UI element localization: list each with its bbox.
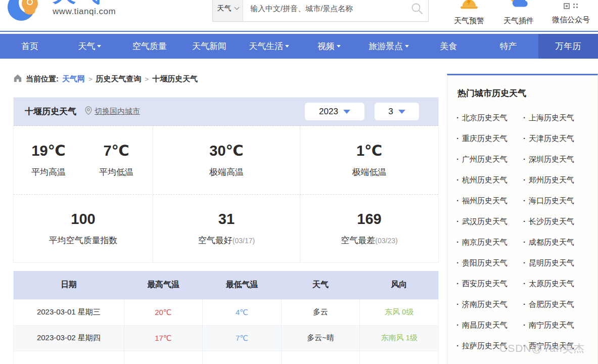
city-link[interactable]: 合肥历史天气 — [523, 300, 597, 309]
empty-cell — [281, 351, 360, 364]
month-select[interactable]: 3 — [375, 103, 419, 120]
extreme-high-stat: 30℃极端高温 — [200, 142, 253, 178]
city-link[interactable]: 南京历史天气 — [456, 238, 523, 247]
stat-label: 平均空气质量指数 — [49, 235, 118, 246]
city-link[interactable]: 成都历史天气 — [523, 238, 597, 247]
breadcrumb-prefix: 当前位置: — [26, 74, 59, 84]
empty-cell — [360, 351, 439, 364]
avg-aqi-cell: 100平均空气质量指数 — [14, 195, 153, 262]
nav-item-美食[interactable]: 美食 — [419, 34, 478, 59]
nav-item-天气[interactable]: 天气 — [60, 34, 119, 59]
city-link[interactable]: 太原历史天气 — [523, 279, 597, 289]
stat-value: 1℃ — [343, 142, 396, 159]
breadcrumb-separator: > — [145, 75, 149, 83]
breadcrumb-link-history[interactable]: 历史天气查询 — [96, 74, 142, 84]
year-select-value: 2023 — [319, 107, 338, 117]
stat-note: (03/17) — [233, 237, 255, 245]
city-link[interactable]: 南宁历史天气 — [523, 321, 597, 330]
worst-air-stat: 169空气最差(03/23) — [341, 211, 397, 246]
city-link[interactable]: 西安历史天气 — [456, 279, 523, 289]
date-cell: 2023-03-02 星期四 — [14, 325, 124, 351]
city-link[interactable]: 广州历史天气 — [456, 155, 523, 164]
nav-item-label: 首页 — [21, 40, 38, 52]
quick-link-wechat-qrcode[interactable]: 微信公众号 — [552, 0, 590, 26]
city-link[interactable]: 济南历史天气 — [456, 300, 523, 309]
nav-item-label: 天气 — [78, 40, 95, 52]
nav-item-万年历[interactable]: 万年历 — [538, 34, 598, 59]
nav-item-视频[interactable]: 视频 — [299, 34, 358, 59]
city-link[interactable]: 昆明历史天气 — [523, 258, 597, 268]
stat-value: 100 — [49, 211, 118, 228]
nav-item-label: 天气生活 — [249, 40, 283, 52]
nav-item-label: 空气质量 — [132, 40, 167, 52]
city-link[interactable]: 郑州历史天气 — [523, 175, 597, 185]
table-row: 2023-03-02 星期四17℃7℃多云~晴东南风 1级 — [14, 325, 439, 351]
nav-item-label: 特产 — [500, 40, 517, 52]
chevron-down-icon — [234, 5, 239, 10]
chevron-down-icon — [285, 45, 289, 48]
quick-link-label: 微信公众号 — [552, 15, 590, 25]
breadcrumb: 当前位置: 天气网 > 历史天气查询 > 十堰历史天气 — [13, 74, 439, 84]
main-column: 当前位置: 天气网 > 历史天气查询 > 十堰历史天气 十堰历史天气 切换国内城… — [13, 74, 439, 364]
nav-item-天气新闻[interactable]: 天气新闻 — [179, 34, 239, 59]
search-input[interactable] — [243, 0, 406, 21]
nav-item-天气生活[interactable]: 天气生活 — [239, 34, 299, 59]
nav-item-空气质量[interactable]: 空气质量 — [120, 34, 179, 59]
city-link[interactable]: 重庆历史天气 — [456, 134, 523, 144]
search-icon[interactable] — [406, 0, 428, 21]
stat-value: 169 — [341, 211, 397, 228]
search-category-value: 天气 — [217, 4, 232, 13]
city-link[interactable]: 海口历史天气 — [523, 196, 597, 206]
nav-item-特产[interactable]: 特产 — [478, 34, 538, 59]
table-header-cell: 最低气温 — [203, 271, 282, 299]
extreme-low-stat: 1℃极端低温 — [343, 142, 396, 178]
dropdown-triangle-icon — [343, 110, 350, 114]
table-header-cell: 风向 — [360, 271, 439, 299]
table-header-cell: 日期 — [14, 271, 124, 299]
city-link[interactable]: 南昌历史天气 — [456, 321, 523, 330]
table-header-row: 日期最高气温最低气温天气风向 — [14, 271, 439, 299]
nav-item-label: 万年历 — [555, 40, 581, 52]
avg-temp-cell: 19℃平均高温7℃平均低温 — [14, 126, 153, 194]
quick-link-label: 天气插件 — [503, 16, 534, 26]
breadcrumb-separator: > — [88, 75, 93, 83]
stat-label: 极端高温 — [200, 166, 253, 178]
city-link[interactable]: 天津历史天气 — [523, 134, 597, 144]
best-air-stat: 31空气最好(03/17) — [198, 211, 255, 246]
city-link[interactable]: 武汉历史天气 — [456, 217, 523, 226]
site-logo[interactable]: 天气+ www.tianqi.com — [7, 0, 116, 29]
best-air-cell: 31空气最好(03/17) — [153, 195, 300, 262]
city-link[interactable]: 杭州历史天气 — [456, 175, 523, 185]
city-link-list: 北京历史天气上海历史天气重庆历史天气天津历史天气广州历史天气深圳历史天气杭州历史… — [456, 113, 597, 351]
city-link[interactable]: 长沙历史天气 — [523, 217, 597, 226]
month-select-value: 3 — [388, 107, 393, 117]
low-temp-cell: 7℃ — [203, 325, 282, 351]
site-header: 天气+ www.tianqi.com 天气 天气预警天气插件微信公众号 — [0, 0, 598, 32]
search-category-select[interactable]: 天气 — [213, 0, 243, 21]
nav-item-label: 美食 — [440, 40, 457, 52]
city-link[interactable]: 北京历史天气 — [456, 113, 523, 123]
wind-cell: 东风 0级 — [360, 299, 439, 325]
year-select[interactable]: 2023 — [305, 103, 364, 120]
high-temp-cell: 20℃ — [124, 299, 203, 325]
switch-city-link[interactable]: 切换国内城市 — [84, 106, 140, 117]
city-link[interactable]: 福州历史天气 — [456, 196, 523, 206]
quick-link-weather-plugin[interactable]: 天气插件 — [502, 0, 535, 26]
city-link[interactable]: 贵阳历史天气 — [456, 258, 523, 268]
nav-item-首页[interactable]: 首页 — [0, 34, 60, 59]
city-link[interactable]: 上海历史天气 — [523, 113, 597, 123]
wind-cell: 东南风 1级 — [360, 325, 439, 351]
breadcrumb-link-home[interactable]: 天气网 — [62, 74, 85, 84]
nav-item-旅游景点[interactable]: 旅游景点 — [359, 34, 419, 59]
watermark: CSDN@Yan英杰 — [499, 341, 585, 355]
table-header-cell: 天气 — [281, 271, 360, 299]
nav-item-label: 旅游景点 — [369, 40, 403, 52]
weather-cell: 多云~晴 — [281, 325, 360, 351]
quick-link-weather-alert[interactable]: 天气预警 — [453, 0, 485, 26]
history-weather-table: 日期最高气温最低气温天气风向 2023-03-01 星期三20℃4℃多云东风 0… — [13, 271, 439, 364]
nav-item-label: 视频 — [317, 40, 335, 52]
wechat-qrcode-icon — [563, 0, 579, 12]
table-row: 2023-03-01 星期三20℃4℃多云东风 0级 — [14, 299, 439, 325]
city-link[interactable]: 深圳历史天气 — [523, 155, 597, 164]
main-nav: 首页天气空气质量天气新闻天气生活视频旅游景点美食特产万年历 — [0, 34, 598, 59]
